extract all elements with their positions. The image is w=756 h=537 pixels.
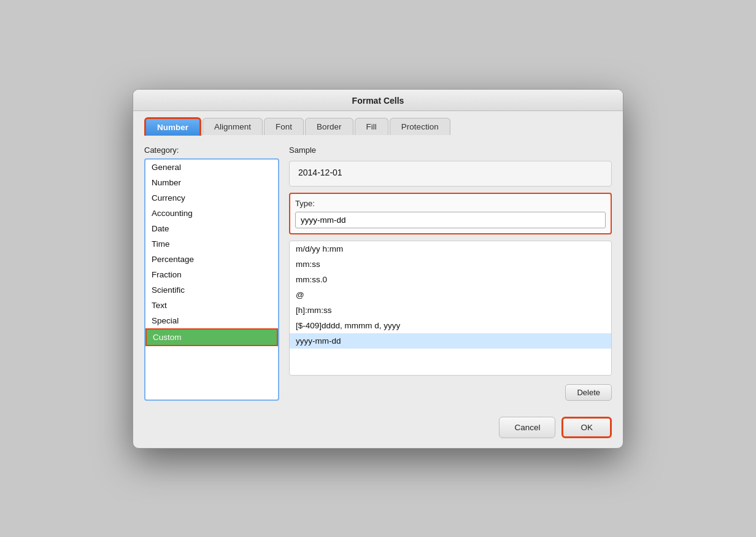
tab-protection[interactable]: Protection bbox=[390, 118, 450, 135]
category-panel: Category: General Number Currency Accoun… bbox=[144, 145, 279, 401]
type-input[interactable] bbox=[295, 212, 606, 228]
type-section: Type: bbox=[289, 193, 612, 234]
category-item-date[interactable]: Date bbox=[145, 221, 278, 236]
category-item-custom[interactable]: Custom bbox=[145, 328, 278, 346]
category-item-text[interactable]: Text bbox=[145, 298, 278, 313]
category-item-scientific[interactable]: Scientific bbox=[145, 282, 278, 298]
tabs-row: Number Alignment Font Border Fill Protec… bbox=[133, 111, 623, 136]
format-item-3[interactable]: @ bbox=[290, 287, 611, 303]
format-item-4[interactable]: [h]:mm:ss bbox=[290, 303, 611, 318]
category-item-accounting[interactable]: Accounting bbox=[145, 206, 278, 221]
category-item-special[interactable]: Special bbox=[145, 313, 278, 328]
content-area: Category: General Number Currency Accoun… bbox=[133, 136, 623, 411]
format-item-2[interactable]: mm:ss.0 bbox=[290, 272, 611, 287]
tab-border[interactable]: Border bbox=[305, 118, 353, 135]
format-item-6[interactable]: yyyy-mm-dd bbox=[290, 333, 611, 349]
sample-box: 2014-12-01 bbox=[289, 161, 612, 187]
delete-row: Delete bbox=[289, 384, 612, 401]
type-label: Type: bbox=[295, 199, 606, 208]
title-text: Format Cells bbox=[352, 96, 404, 106]
format-item-1[interactable]: mm:ss bbox=[290, 257, 611, 272]
main-row: Category: General Number Currency Accoun… bbox=[144, 145, 612, 401]
tab-alignment[interactable]: Alignment bbox=[202, 118, 263, 135]
right-panel: Sample 2014-12-01 Type: m/d/yy h:mm mm:s… bbox=[289, 145, 612, 401]
delete-button[interactable]: Delete bbox=[565, 384, 612, 401]
tab-fill[interactable]: Fill bbox=[355, 118, 388, 135]
dialog-title: Format Cells bbox=[133, 90, 623, 111]
tab-number[interactable]: Number bbox=[144, 117, 201, 136]
format-item-0[interactable]: m/d/yy h:mm bbox=[290, 241, 611, 257]
category-item-fraction[interactable]: Fraction bbox=[145, 267, 278, 282]
format-list: m/d/yy h:mm mm:ss mm:ss.0 @ [h]:mm:ss bbox=[289, 241, 612, 376]
category-item-percentage[interactable]: Percentage bbox=[145, 252, 278, 267]
ok-button[interactable]: OK bbox=[561, 417, 612, 438]
category-item-general[interactable]: General bbox=[145, 160, 278, 175]
category-label: Category: bbox=[144, 145, 279, 155]
category-list: General Number Currency Accounting Date bbox=[144, 158, 279, 401]
format-item-5[interactable]: [$-409]dddd, mmmm d, yyyy bbox=[290, 318, 611, 333]
category-item-currency[interactable]: Currency bbox=[145, 190, 278, 206]
tab-font[interactable]: Font bbox=[264, 118, 304, 135]
bottom-row: Cancel OK bbox=[133, 411, 623, 448]
category-item-time[interactable]: Time bbox=[145, 236, 278, 252]
format-cells-dialog: Format Cells Number Alignment Font Borde… bbox=[133, 89, 623, 449]
category-item-number[interactable]: Number bbox=[145, 175, 278, 190]
sample-label: Sample bbox=[289, 145, 612, 155]
cancel-button[interactable]: Cancel bbox=[499, 417, 555, 438]
